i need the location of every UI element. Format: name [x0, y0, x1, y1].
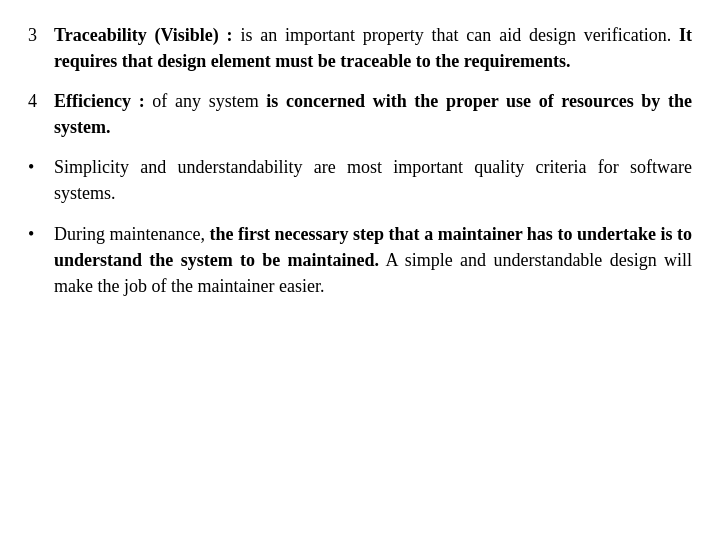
normal-text: During maintenance,: [54, 224, 210, 244]
item-text: Traceability (Visible) : is an important…: [54, 22, 692, 74]
list-item: 4Efficiency : of any system is concerned…: [28, 88, 692, 140]
normal-text: is an important property that can aid de…: [240, 25, 679, 45]
list-item: 3Traceability (Visible) : is an importan…: [28, 22, 692, 74]
bold-text: Efficiency :: [54, 91, 152, 111]
bullet-marker: •: [28, 221, 54, 247]
list-item: •During maintenance, the first necessary…: [28, 221, 692, 299]
item-text: Efficiency : of any system is concerned …: [54, 88, 692, 140]
item-text: Simplicity and understandability are mos…: [54, 154, 692, 206]
item-text: During maintenance, the first necessary …: [54, 221, 692, 299]
normal-text: Simplicity and understandability are mos…: [54, 157, 692, 203]
item-number: 4: [28, 88, 54, 114]
normal-text: of any system: [152, 91, 266, 111]
list-item: •Simplicity and understandability are mo…: [28, 154, 692, 206]
bold-text: Traceability (Visible) :: [54, 25, 240, 45]
main-content: 3Traceability (Visible) : is an importan…: [0, 0, 720, 335]
item-number: 3: [28, 22, 54, 48]
bullet-marker: •: [28, 154, 54, 180]
